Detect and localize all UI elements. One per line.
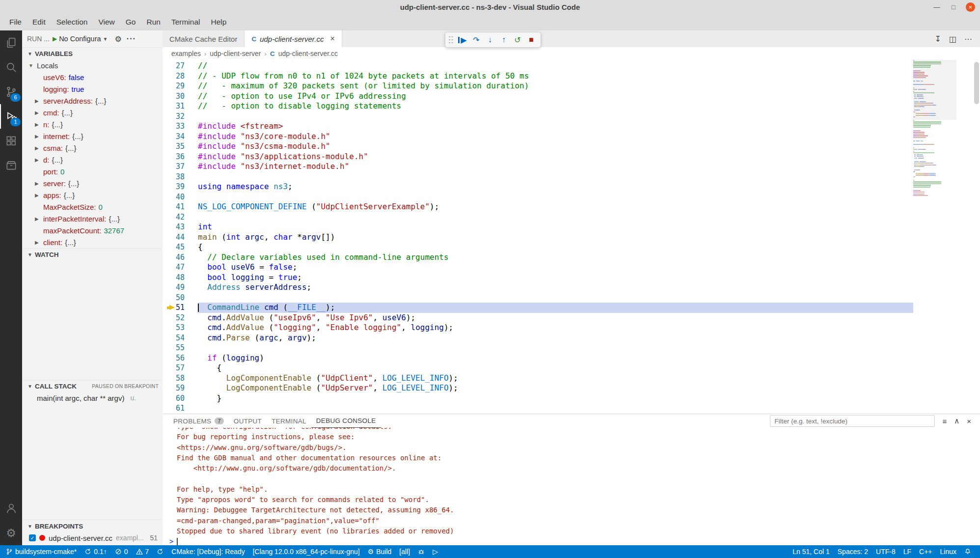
breadcrumb-folder[interactable]: examples: [171, 50, 201, 57]
gutter[interactable]: 49: [163, 282, 198, 293]
package-icon[interactable]: [0, 153, 22, 178]
source-control-icon[interactable]: 6: [0, 80, 22, 104]
console-filter-input[interactable]: [770, 415, 935, 427]
status-errors[interactable]: 0: [111, 545, 132, 558]
status-notifications[interactable]: [960, 545, 975, 558]
panel-tab-problems[interactable]: PROBLEMS7: [168, 414, 229, 428]
gutter[interactable]: 51: [163, 303, 198, 313]
code-line-27[interactable]: 27//: [163, 61, 913, 71]
stop-button[interactable]: ■: [525, 33, 538, 46]
minimize-button[interactable]: —: [932, 3, 941, 11]
gutter[interactable]: 46: [163, 252, 198, 263]
gutter[interactable]: 56: [163, 353, 198, 363]
call-stack-section-header[interactable]: ▼ CALL STACK PAUSED ON BREAKPOINT: [22, 380, 163, 392]
maximize-panel-icon[interactable]: ∧: [954, 417, 959, 425]
gutter[interactable]: 54: [163, 333, 198, 343]
start-debug-icon[interactable]: ▶: [53, 35, 57, 42]
download-icon[interactable]: ↧: [934, 34, 941, 44]
minimap-slider[interactable]: [913, 60, 956, 120]
gutter[interactable]: 58: [163, 373, 198, 384]
maximize-button[interactable]: □: [949, 3, 958, 11]
stack-frame-main[interactable]: main(int argc, char ** argv) u.: [22, 392, 163, 404]
status-sync-status[interactable]: 0.1↑: [81, 545, 110, 558]
restart-button[interactable]: ↺: [511, 33, 524, 46]
more-actions-icon[interactable]: ⋯: [964, 34, 972, 44]
status-cursor-position[interactable]: Ln 51, Col 1: [789, 545, 834, 558]
code-line-35[interactable]: 35#include "ns3/csma-module.h": [163, 141, 913, 152]
gutter[interactable]: 35: [163, 141, 198, 152]
menu-view[interactable]: View: [93, 14, 120, 30]
status-cmake-refresh[interactable]: [153, 545, 167, 558]
close-panel-icon[interactable]: ×: [967, 417, 971, 425]
code-line-37[interactable]: 37#include "ns3/internet-module.h": [163, 162, 913, 172]
extensions-icon[interactable]: [0, 129, 22, 153]
gutter[interactable]: 37: [163, 162, 198, 172]
console-input[interactable]: >: [163, 536, 980, 545]
breadcrumb-folder[interactable]: udp-client-server: [210, 50, 261, 57]
code-line-46[interactable]: 46 // Declare variables used in command-…: [163, 252, 913, 263]
gutter[interactable]: 53: [163, 323, 198, 333]
step-over-button[interactable]: ↷: [470, 33, 483, 46]
run-and-debug-icon[interactable]: 1: [0, 104, 22, 129]
code-line-29[interactable]: 29// - maximum of 320 packets sent (or l…: [163, 81, 913, 91]
panel-tab-debug-console[interactable]: DEBUG CONSOLE: [311, 414, 381, 428]
breadcrumb-file[interactable]: udp-client-server.cc: [278, 50, 338, 57]
code-line-55[interactable]: 55: [163, 343, 913, 353]
account-icon[interactable]: [0, 496, 22, 521]
variable-MaxPacketSize[interactable]: MaxPacketSize:0: [22, 201, 163, 213]
more-actions-icon[interactable]: ···: [127, 34, 136, 43]
gutter[interactable]: 41: [163, 202, 198, 212]
code-line-57[interactable]: 57 {: [163, 363, 913, 373]
code-line-34[interactable]: 34#include "ns3/core-module.h": [163, 132, 913, 142]
debug-settings-gear-icon[interactable]: ⚙: [114, 34, 121, 44]
variable-interPacketInterval[interactable]: ▶interPacketInterval:{...}: [22, 213, 163, 224]
continue-button[interactable]: ▶: [456, 33, 469, 46]
status-language-mode[interactable]: C++: [915, 545, 936, 558]
gutter[interactable]: 36: [163, 152, 198, 162]
code-line-59[interactable]: 59 LogComponentEnable ("UdpServer", LOG_…: [163, 383, 913, 393]
gutter[interactable]: 33: [163, 121, 198, 132]
variables-section-header[interactable]: ▼ VARIABLES: [22, 47, 163, 59]
variable-server[interactable]: ▶server:{...}: [22, 177, 163, 189]
variable-client[interactable]: ▶client:{...}: [22, 236, 163, 248]
debug-console[interactable]: Type "show configuration" for configurat…: [163, 428, 980, 545]
breakpoint-checkbox[interactable]: ✓: [29, 534, 36, 541]
code-line-43[interactable]: 43int: [163, 222, 913, 232]
gutter[interactable]: 44: [163, 232, 198, 243]
menu-selection[interactable]: Selection: [51, 14, 93, 30]
gutter[interactable]: 31: [163, 101, 198, 112]
variable-logging[interactable]: logging:true: [22, 83, 163, 95]
gutter[interactable]: 28: [163, 71, 198, 82]
code-line-58[interactable]: 58 LogComponentEnable ("UdpClient", LOG_…: [163, 373, 913, 384]
code-line-32[interactable]: 32: [163, 112, 913, 122]
gutter[interactable]: 60: [163, 393, 198, 404]
code-line-31[interactable]: 31// - option to disable logging stateme…: [163, 101, 913, 112]
code-line-42[interactable]: 42: [163, 212, 913, 223]
variable-d[interactable]: ▶d:{...}: [22, 154, 163, 166]
code-line-60[interactable]: 60 }: [163, 393, 913, 404]
variable-useV6[interactable]: useV6:false: [22, 71, 163, 83]
explorer-icon[interactable]: [0, 30, 22, 55]
gutter[interactable]: 40: [163, 192, 198, 202]
console-menu-icon[interactable]: ≡: [942, 417, 947, 425]
close-button[interactable]: ×: [966, 2, 975, 12]
status-cmake-status[interactable]: CMake: [Debug]: Ready: [167, 545, 248, 558]
status-eol[interactable]: LF: [899, 545, 915, 558]
code-line-40[interactable]: 40: [163, 192, 913, 202]
code-line-38[interactable]: 38: [163, 172, 913, 182]
drag-handle[interactable]: [448, 35, 454, 44]
variable-apps[interactable]: ▶apps:{...}: [22, 189, 163, 201]
status-compiler-kit[interactable]: [Clang 12.0.0 x86_64-pc-linux-gnu]: [249, 545, 364, 558]
code-line-61[interactable]: 61: [163, 403, 913, 414]
variable-serverAddress[interactable]: ▶serverAddress:{...}: [22, 95, 163, 107]
status-cmake-debug[interactable]: [414, 545, 429, 558]
gutter[interactable]: 43: [163, 222, 198, 232]
gutter[interactable]: 32: [163, 112, 198, 122]
variable-internet[interactable]: ▶internet:{...}: [22, 130, 163, 142]
status-cmake-build[interactable]: ⚙Build: [364, 545, 396, 558]
variable-n[interactable]: ▶n:{...}: [22, 118, 163, 130]
code-line-47[interactable]: 47 bool useV6 = false;: [163, 262, 913, 273]
gutter[interactable]: 27: [163, 61, 198, 71]
code-line-44[interactable]: 44main (int argc, char *argv[]): [163, 232, 913, 243]
status-warnings[interactable]: 7: [132, 545, 153, 558]
